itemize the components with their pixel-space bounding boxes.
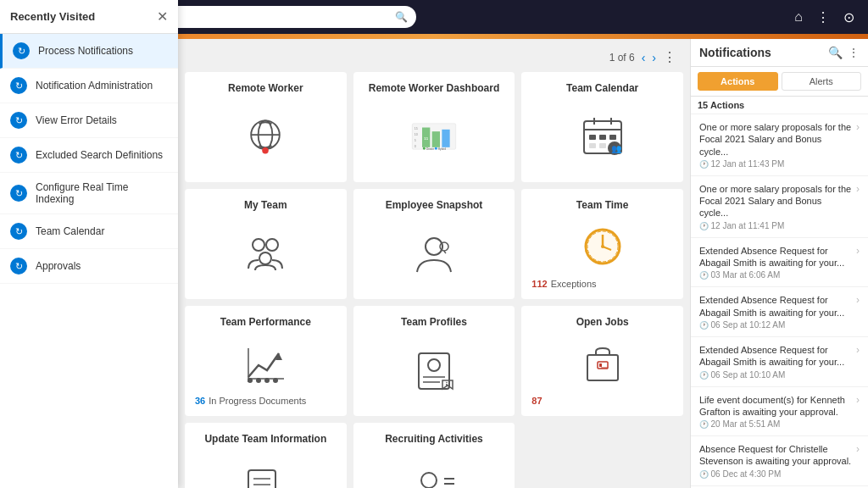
notification-time: 06 Sep at 10:12 AM bbox=[699, 320, 853, 330]
tile-title: Team Performance bbox=[220, 316, 311, 328]
notifications-count: 15 Actions bbox=[691, 97, 868, 114]
notification-text: Extended Absence Request for Abagail Smi… bbox=[699, 245, 853, 269]
more-options-icon[interactable]: ⋮ bbox=[811, 4, 835, 30]
recently-visited-item[interactable]: View Error Details bbox=[0, 103, 178, 138]
recently-visited-item-label: Notification Administration bbox=[36, 80, 153, 92]
chevron-right-icon: › bbox=[853, 121, 860, 133]
recent-icon bbox=[10, 258, 27, 274]
chevron-right-icon: › bbox=[853, 344, 860, 356]
tile-icon bbox=[579, 218, 626, 275]
page-indicator: 1 of 6 bbox=[609, 52, 635, 64]
tile-update-team-information[interactable]: Update Team Information bbox=[185, 423, 347, 488]
tab-actions[interactable]: Actions bbox=[698, 72, 778, 91]
tile-open-jobs[interactable]: Open Jobs 87 bbox=[521, 306, 683, 416]
recently-visited-header: Recently Visited ✕ bbox=[0, 0, 178, 34]
recently-visited-item-label: Team Calendar bbox=[36, 225, 104, 237]
tile-title: Open Jobs bbox=[576, 316, 629, 328]
tile-icon: 👥 bbox=[579, 101, 626, 172]
notifications-icons: 🔍 ⋮ bbox=[828, 46, 860, 59]
notification-item[interactable]: Life event document(s) for Kenneth Graft… bbox=[691, 387, 868, 437]
notification-content: Absence Request for Christelle Stevenson… bbox=[699, 443, 853, 479]
recent-icon bbox=[10, 147, 27, 164]
notification-time: 12 Jan at 11:43 PM bbox=[699, 159, 853, 169]
user-icon[interactable]: ⊙ bbox=[838, 4, 860, 30]
svg-point-13 bbox=[423, 147, 426, 150]
tile-employee-snapshot[interactable]: Employee Snapshot bbox=[353, 189, 515, 299]
recently-visited-item-label: Excluded Search Definitions bbox=[36, 149, 163, 161]
tile-remote-worker[interactable]: Remote Worker bbox=[185, 72, 347, 182]
tile-icon: 15 10 5 0 11 Onsite Hybrid bbox=[364, 101, 505, 172]
notifications-search-icon[interactable]: 🔍 bbox=[828, 46, 843, 59]
tile-recruiting-activities[interactable]: Recruiting Activities bbox=[353, 423, 515, 488]
tile-team-time[interactable]: Team Time 112 Exceptions bbox=[521, 189, 683, 299]
recently-visited-item[interactable]: Notification Administration bbox=[0, 69, 178, 103]
notification-item[interactable]: One or more salary proposals for the Foc… bbox=[691, 114, 868, 176]
svg-point-15 bbox=[435, 147, 437, 150]
tile-remote-worker-dashboard[interactable]: Remote Worker Dashboard 15 10 5 0 11 Ons… bbox=[353, 72, 515, 182]
next-page-button[interactable]: › bbox=[652, 51, 656, 64]
notification-item[interactable]: Extended Absence Request for Abagail Smi… bbox=[691, 337, 868, 387]
tile-icon bbox=[242, 101, 289, 172]
tile-icon bbox=[410, 218, 458, 289]
notifications-header: Notifications 🔍 ⋮ bbox=[691, 39, 868, 67]
notification-time: 20 Mar at 5:51 AM bbox=[699, 419, 853, 429]
tab-alerts[interactable]: Alerts bbox=[782, 72, 862, 91]
recently-visited-item-label: Configure Real Time Indexing bbox=[36, 181, 168, 205]
recently-visited-item-label: View Error Details bbox=[36, 114, 117, 126]
chevron-right-icon: › bbox=[853, 183, 860, 195]
recently-visited-item[interactable]: Excluded Search Definitions bbox=[0, 138, 178, 173]
svg-rect-23 bbox=[609, 135, 616, 140]
recently-visited-item[interactable]: Team Calendar bbox=[0, 214, 178, 249]
recent-icon bbox=[10, 77, 27, 94]
notification-item[interactable]: Absence Request for Christelle Stevenson… bbox=[691, 436, 868, 486]
tile-team-calendar[interactable]: Team Calendar 👥 bbox=[521, 72, 683, 182]
nav-right-icons: ⌂ ⋮ ⊙ bbox=[789, 4, 868, 30]
svg-text:11: 11 bbox=[424, 136, 428, 141]
tile-badge-text: In Progress Documents bbox=[209, 396, 306, 406]
svg-text:0: 0 bbox=[415, 145, 416, 148]
svg-rect-56 bbox=[601, 367, 608, 369]
notification-time: 12 Jan at 11:41 PM bbox=[699, 221, 853, 230]
tile-icon bbox=[410, 452, 458, 488]
tile-icon bbox=[579, 335, 626, 392]
recent-icon bbox=[10, 223, 27, 240]
recently-visited-item-label: Approvals bbox=[36, 260, 81, 272]
tile-title: Team Time bbox=[576, 199, 629, 211]
recently-visited-item[interactable]: Approvals bbox=[0, 249, 178, 284]
recently-visited-list: Process Notifications Notification Admin… bbox=[0, 34, 178, 284]
tile-badge: 112 bbox=[531, 279, 547, 289]
close-icon[interactable]: ✕ bbox=[157, 8, 168, 25]
more-options-button[interactable]: ⋮ bbox=[663, 49, 676, 65]
recently-visited-item[interactable]: Configure Real Time Indexing bbox=[0, 173, 178, 214]
recently-visited-panel: Recently Visited ✕ Process Notifications… bbox=[0, 0, 178, 488]
svg-point-32 bbox=[440, 242, 448, 251]
search-icon: 🔍 bbox=[395, 11, 408, 23]
notification-content: One or more salary proposals for the Foc… bbox=[699, 183, 853, 230]
chevron-right-icon: › bbox=[853, 245, 860, 257]
tile-team-profiles[interactable]: Team Profiles bbox=[353, 306, 515, 416]
chevron-right-icon: › bbox=[853, 294, 860, 306]
home-icon[interactable]: ⌂ bbox=[789, 4, 808, 30]
svg-text:15: 15 bbox=[415, 127, 418, 130]
notification-text: One or more salary proposals for the Foc… bbox=[699, 183, 853, 219]
svg-text:Onsite: Onsite bbox=[426, 147, 435, 151]
notification-item[interactable]: Extended Absence Request for Abagail Smi… bbox=[691, 287, 868, 337]
svg-point-64 bbox=[421, 473, 437, 488]
tile-my-team[interactable]: My Team bbox=[185, 189, 347, 299]
recent-icon bbox=[10, 185, 27, 202]
svg-rect-24 bbox=[589, 143, 596, 148]
notifications-more-icon[interactable]: ⋮ bbox=[848, 46, 860, 59]
notification-content: Extended Absence Request for Abagail Smi… bbox=[699, 344, 853, 380]
notification-item[interactable]: One or more salary proposals for the Foc… bbox=[691, 176, 868, 238]
tile-title: Employee Snapshot bbox=[386, 199, 483, 211]
notification-content: Life event document(s) for Kenneth Graft… bbox=[699, 394, 853, 430]
tile-team-performance[interactable]: Team Performance 36 In Progress Document… bbox=[185, 306, 347, 416]
svg-rect-10 bbox=[432, 131, 440, 147]
notification-time: 03 Mar at 6:06 AM bbox=[699, 270, 853, 280]
notification-content: One or more salary proposals for the Foc… bbox=[699, 121, 853, 169]
notification-item[interactable]: Extended Absence Request for Abagail Smi… bbox=[691, 238, 868, 288]
recently-visited-item[interactable]: Process Notifications bbox=[0, 34, 178, 69]
tile-title: Team Profiles bbox=[401, 316, 467, 328]
tile-title: Update Team Information bbox=[204, 433, 326, 445]
prev-page-button[interactable]: ‹ bbox=[642, 51, 646, 64]
